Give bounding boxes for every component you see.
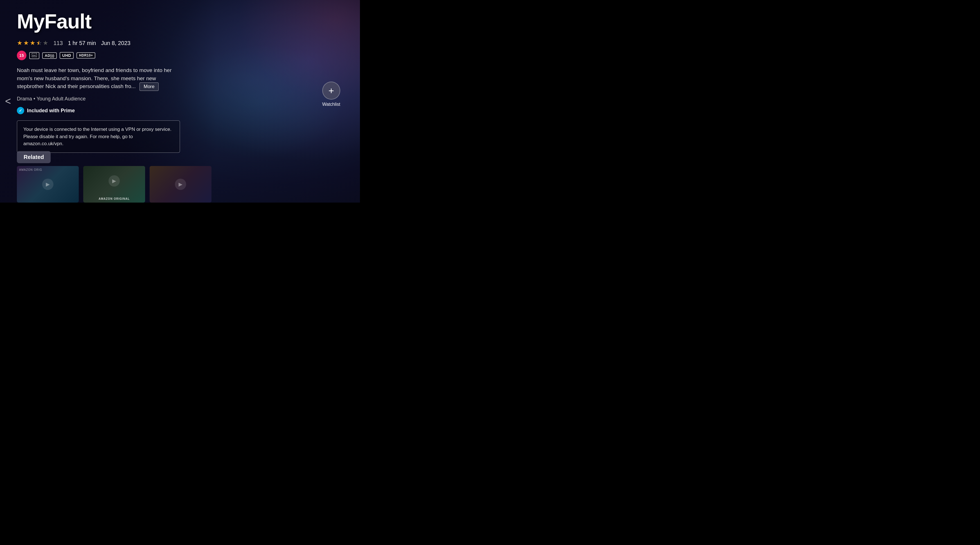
uhd-badge: UHD xyxy=(60,52,74,59)
rating-count: 113 xyxy=(53,40,63,46)
hdr-badge: HDR10+ xyxy=(76,53,95,59)
thumbnails-row: AMAZON ORIG ▶ AMAZON ORIGINAL ▶ ▶ xyxy=(17,166,343,202)
star-half: ☆ xyxy=(36,40,42,47)
star-5: ★ xyxy=(43,40,48,47)
star-2: ★ xyxy=(23,40,29,47)
meta-row: ★ ★ ★ ☆ ★ 113 1 hr 57 min Jun 8, 2023 xyxy=(17,40,180,47)
duration: 1 hr 57 min xyxy=(68,40,96,46)
cc-badge: CC xyxy=(29,52,39,59)
star-1: ★ xyxy=(17,40,22,47)
thumb-play-icon-2: ▶ xyxy=(108,175,120,186)
thumbnail-2[interactable]: AMAZON ORIGINAL ▶ xyxy=(83,166,145,202)
description: Noah must leave her town, boyfriend and … xyxy=(17,66,180,91)
genres: Drama • Young Adult Audience xyxy=(17,96,180,102)
thumb-play-icon-3: ▶ xyxy=(175,178,186,190)
thumb-amazon-label-2: AMAZON ORIGINAL xyxy=(99,197,130,200)
main-content: MyFault ★ ★ ★ ☆ ★ 113 1 hr 57 min Jun 8,… xyxy=(0,0,197,172)
release-date: Jun 8, 2023 xyxy=(101,40,130,46)
related-button[interactable]: Related xyxy=(17,151,51,163)
badges-row: 15 CC AD))) UHD HDR10+ xyxy=(17,51,180,60)
svg-text:CC: CC xyxy=(33,54,36,57)
age-badge: 15 xyxy=(17,51,26,60)
thumb-label-1: AMAZON ORIG xyxy=(19,168,42,171)
ad-badge: AD))) xyxy=(42,53,57,59)
thumbnail-3[interactable]: ▶ xyxy=(150,166,212,202)
thumbnail-1[interactable]: AMAZON ORIG ▶ xyxy=(17,166,79,202)
star-rating: ★ ★ ★ ☆ ★ xyxy=(17,40,48,47)
prime-label: Included with Prime xyxy=(27,108,75,114)
bottom-section: Related AMAZON ORIG ▶ AMAZON ORIGINAL ▶ … xyxy=(0,151,360,202)
watchlist-label: Watchlist xyxy=(322,102,340,107)
nav-left-arrow[interactable]: < xyxy=(5,96,11,107)
more-button[interactable]: More xyxy=(140,83,159,91)
watchlist-plus-icon: + xyxy=(322,81,340,100)
vpn-notice: Your device is connected to the Internet… xyxy=(17,120,180,153)
prime-checkmark-icon: ✓ xyxy=(17,107,24,114)
star-3: ★ xyxy=(30,40,35,47)
watchlist-button[interactable]: + Watchlist xyxy=(322,81,340,107)
thumb-play-icon-1: ▶ xyxy=(42,178,53,190)
prime-badge: ✓ Included with Prime xyxy=(17,107,180,114)
cc-icon: CC xyxy=(32,53,37,57)
movie-title: MyFault xyxy=(17,11,180,32)
